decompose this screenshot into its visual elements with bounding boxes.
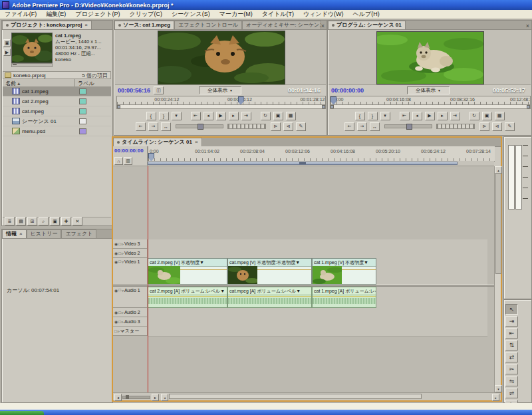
source-current-timecode[interactable]: 00:00:56:16: [118, 87, 150, 94]
selection-tool[interactable]: ↖: [505, 304, 518, 315]
label-chip[interactable]: [79, 108, 86, 114]
razor-tool[interactable]: ✂: [505, 364, 518, 374]
output-toggle-button[interactable]: ◫: [154, 86, 164, 94]
slip-tool[interactable]: ⇋: [505, 376, 518, 386]
track-speaker-icon[interactable]: ◉: [114, 319, 118, 324]
track-lane-audio1[interactable]: cat 2.mpeg [A] ボリューム:レベル▼ cat.mpeg [A] ボ…: [148, 287, 487, 309]
automate-to-sequence-button[interactable]: ⊞: [27, 217, 37, 225]
tab-timeline[interactable]: タイムライン: シーケンス 01×: [113, 138, 202, 146]
step-back-button[interactable]: ◂: [203, 112, 213, 120]
opacity-rubber-band[interactable]: [342, 269, 376, 270]
menu-project[interactable]: プロジェクト(P): [70, 10, 124, 19]
tab-program[interactable]: プログラム: シーケンス 01: [328, 21, 406, 29]
track-header-audio3[interactable]: ◉ □ ▹ Audio 3: [113, 317, 148, 327]
timeline-ruler[interactable]: 0:00 00:01:04:02 00:02:08:04 00:03:12:06…: [148, 146, 495, 162]
track-header-audio1[interactable]: ◉ □ ▿ Audio 1: [113, 287, 148, 308]
go-to-out-button[interactable]: ⇥: [450, 112, 460, 120]
fit-dropdown[interactable]: 全体表示▼: [199, 86, 241, 94]
scroll-down-icon[interactable]: ▾: [495, 385, 502, 392]
shuttle-slider[interactable]: [176, 124, 223, 128]
set-in-button[interactable]: {: [146, 112, 156, 120]
tab-project[interactable]: プロジェクト: koneko.prproj×: [2, 21, 92, 29]
delete-button[interactable]: ✕: [72, 217, 82, 225]
scroll-right-icon[interactable]: ▸: [492, 394, 499, 401]
output-button[interactable]: ▦: [495, 112, 505, 120]
go-to-prev-edit-button[interactable]: ⇜: [344, 122, 354, 131]
track-expand-icon[interactable]: ▹: [118, 329, 120, 333]
track-lock-icon[interactable]: □: [114, 329, 117, 333]
zoom-out-button[interactable]: ◂: [114, 394, 122, 401]
go-to-next-edit-button[interactable]: ⇝: [357, 122, 367, 131]
timeline-clip-video[interactable]: cat 1.mpeg [V] 不透明度▼: [312, 258, 376, 285]
h-scrollbar-thumb[interactable]: [169, 394, 422, 399]
preview-play-button[interactable]: ▶: [3, 49, 11, 56]
opacity-rubber-band[interactable]: [257, 269, 311, 270]
set-out-button[interactable]: }: [159, 112, 169, 120]
rolling-edit-tool[interactable]: ⇅: [505, 340, 518, 350]
title-bar[interactable]: Adobe Premiere Pro - D:¥Video¥Koneko¥kon…: [0, 0, 532, 10]
step-back-button[interactable]: ◂: [412, 112, 422, 120]
extract-button[interactable]: ⊲: [492, 122, 502, 131]
lift-button[interactable]: ⊳: [479, 122, 489, 131]
set-marker-button[interactable]: ▾: [172, 112, 182, 120]
overlay-button[interactable]: ⊲: [283, 122, 293, 131]
tab-effects[interactable]: エフェクト: [61, 229, 96, 238]
menu-file[interactable]: ファイル(F): [0, 10, 41, 19]
timeline-clip-audio[interactable]: cat.mpeg [A] ボリューム:レベル▼: [227, 287, 312, 308]
close-icon[interactable]: ×: [526, 23, 529, 29]
menu-window[interactable]: ウィンドウ(W): [299, 10, 348, 19]
track-expand-icon[interactable]: ▹: [122, 251, 124, 255]
close-icon[interactable]: ×: [19, 231, 23, 237]
timeline-clip-audio[interactable]: cat 1.mpeg [A] ボリューム:レベル▼: [312, 287, 376, 308]
jog-disk[interactable]: [227, 124, 266, 129]
play-button[interactable]: ▶: [216, 112, 226, 120]
track-expand-icon[interactable]: ▹: [122, 310, 124, 315]
list-item[interactable]: cat 2.mpeg: [3, 96, 111, 106]
set-marker-button[interactable]: ▾: [380, 112, 390, 120]
insert-button[interactable]: ⊳: [271, 122, 281, 131]
timeline-clip-video[interactable]: cat.mpeg [V] 不透明度:不透明度▼: [227, 258, 312, 285]
volume-rubber-band[interactable]: [148, 296, 227, 297]
fit-dropdown[interactable]: 全体表示▼: [407, 86, 450, 94]
close-icon[interactable]: ×: [195, 139, 198, 145]
go-to-out-button[interactable]: ⇥: [241, 112, 251, 120]
poster-frame-button[interactable]: ▣: [3, 39, 11, 47]
work-area-bar[interactable]: [148, 161, 494, 166]
track-lane-master[interactable]: [148, 327, 487, 337]
track-lock-icon[interactable]: □: [118, 288, 121, 292]
jog-disk[interactable]: [436, 124, 475, 129]
go-to-prev-edit-button[interactable]: ⇜: [136, 122, 146, 131]
track-select-tool[interactable]: ⇥: [505, 316, 518, 327]
track-output-toggle-icon[interactable]: ◉: [114, 259, 118, 264]
go-to-in-button[interactable]: ⇤: [400, 112, 410, 120]
track-lock-icon[interactable]: □: [118, 311, 121, 315]
taskbar[interactable]: [0, 410, 532, 415]
bin-path-row[interactable]: koneko.prproj 5 個の項目: [3, 71, 111, 79]
tab-source[interactable]: ソース: cat 1.mpeg: [114, 21, 174, 29]
go-to-next-edit-button[interactable]: ⇝: [148, 122, 158, 131]
track-lane-audio3[interactable]: [148, 317, 487, 327]
scroll-left-icon[interactable]: ◂: [161, 394, 168, 401]
play-in-to-out-button[interactable]: ↔: [161, 122, 171, 131]
track-header-video1[interactable]: ◉ □ ▿ Video 1: [113, 258, 148, 285]
track-speaker-icon[interactable]: ◉: [114, 288, 118, 293]
track-expand-icon[interactable]: ▹: [122, 241, 124, 246]
track-lock-icon[interactable]: □: [118, 259, 121, 263]
program-viewing-area-bar[interactable]: [330, 104, 531, 109]
zoom-slider[interactable]: [122, 396, 150, 399]
track-header-audio2[interactable]: ◉ □ ▹ Audio 2: [113, 308, 148, 317]
start-button[interactable]: [0, 411, 44, 415]
timeline-current-timecode[interactable]: 00:00:00:00: [114, 148, 144, 154]
ripple-edit-tool[interactable]: ⇤: [505, 328, 518, 339]
safe-margins-button[interactable]: ▣: [482, 112, 492, 120]
track-lock-icon[interactable]: □: [118, 242, 121, 246]
timeline-vscrollbar[interactable]: ▴ ▾: [494, 166, 501, 392]
zoom-in-button[interactable]: ▸: [152, 394, 159, 401]
timeline-clip-audio[interactable]: cat 2.mpeg [A] ボリューム:レベル▼: [148, 287, 227, 308]
rate-stretch-tool[interactable]: ⇄: [505, 352, 518, 362]
track-lane-video1[interactable]: cat 2.mpeg [V] 不透明度▼ cat.mpeg [V] 不透明度:不…: [148, 258, 487, 285]
list-item[interactable]: menu.psd: [3, 126, 111, 136]
step-forward-button[interactable]: ▸: [438, 112, 448, 120]
timeline-cti-line[interactable]: [148, 166, 148, 392]
source-ruler[interactable]: 00:00:24:12 00:00:56:12 00:01:28:12: [116, 96, 326, 105]
